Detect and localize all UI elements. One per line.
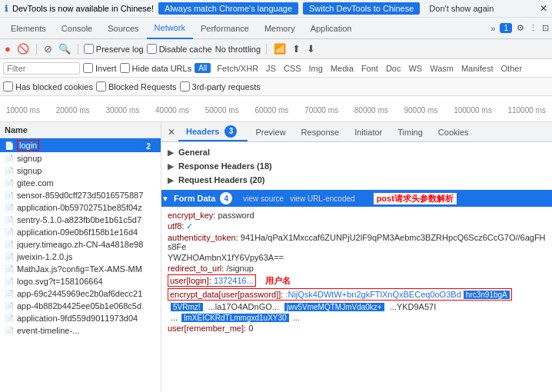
- hide-data-urls-label: Hide data URLs: [132, 64, 192, 73]
- request-item-signup-1[interactable]: 📄 signup: [0, 152, 161, 164]
- record-icon[interactable]: ●: [3, 43, 12, 55]
- request-item-logo[interactable]: 📄 logo.svg?t=158106664: [0, 275, 161, 287]
- request-item-app-4b[interactable]: 📄 app-4b882b4425ee05b1e068c5d: [0, 300, 161, 312]
- filter-icon[interactable]: ⊘: [42, 43, 54, 55]
- request-item-jweixin[interactable]: 📄 jweixin-1.2.0.js: [0, 251, 161, 263]
- annotation-2: 2: [142, 140, 155, 152]
- request-item-sensor[interactable]: 📄 sensor-859d0cff273d5016575887: [0, 189, 161, 201]
- panel-tab-headers-label: Headers: [186, 126, 219, 135]
- disable-cache-checkbox[interactable]: Disable cache: [147, 44, 212, 54]
- timeline-labels: 10000 ms 20000 ms 30000 ms 40000 ms 5000…: [6, 103, 546, 115]
- request-item-mathjax[interactable]: 📄 MathJax.js?config=TeX-AMS-MM: [0, 263, 161, 275]
- filter-font[interactable]: Font: [358, 64, 381, 73]
- panel-tab-initiator[interactable]: Initiator: [347, 125, 390, 139]
- tab-console-label: Console: [62, 24, 92, 33]
- match-language-button[interactable]: Always match Chrome's language: [158, 2, 298, 15]
- more-tabs-icon[interactable]: »: [490, 24, 495, 33]
- timeline-label-2: 20000 ms: [56, 106, 90, 115]
- filter-media[interactable]: Media: [328, 64, 357, 73]
- request-item-event[interactable]: 📄 event-timeline-...: [0, 324, 161, 337]
- close-infobar-icon[interactable]: ✕: [540, 3, 547, 14]
- filter-js[interactable]: JS: [263, 64, 279, 73]
- hide-data-urls-checkbox[interactable]: Hide data URLs: [120, 63, 192, 73]
- panel-tab-cookies[interactable]: Cookies: [431, 125, 477, 139]
- tab-sources[interactable]: Sources: [100, 18, 146, 39]
- preserve-log-input[interactable]: [84, 44, 94, 54]
- disable-cache-input[interactable]: [147, 44, 157, 54]
- preserve-log-label: Preserve log: [96, 45, 144, 54]
- more-options-icon[interactable]: ⋮: [529, 23, 537, 33]
- request-item-app-0b[interactable]: 📄 application-0b59702751be85f04z: [0, 201, 161, 214]
- close-panel-icon[interactable]: ✕: [165, 127, 178, 138]
- request-item-jquery[interactable]: 📄 jquery.timeago.zh-CN-4a4818e98: [0, 238, 161, 251]
- undock-icon[interactable]: ⊡: [542, 23, 549, 33]
- third-party-checkbox[interactable]: 3rd-party requests: [180, 81, 261, 91]
- request-item-login[interactable]: 📄 login 2: [0, 138, 161, 152]
- third-party-label: 3rd-party requests: [192, 82, 261, 91]
- request-name: sentry-5.1.0-a823fb0be1b61c5d7: [17, 215, 141, 224]
- view-encoded-link[interactable]: view URL-encoded: [290, 194, 355, 203]
- request-item-sentry[interactable]: 📄 sentry-5.1.0-a823fb0be1b61c5d7: [0, 214, 161, 226]
- notification-badge: 1: [500, 23, 512, 33]
- timeline-label-5: 50000 ms: [205, 106, 239, 115]
- form-data-header[interactable]: ▼ Form Data 4 view source view URL-encod…: [161, 190, 552, 207]
- settings-icon[interactable]: ⚙: [517, 23, 524, 33]
- filter-other[interactable]: Other: [498, 64, 526, 73]
- request-headers-section-header[interactable]: ▶ Request Headers (20): [168, 173, 546, 187]
- request-item-signup-2[interactable]: 📄 signup: [0, 164, 161, 177]
- general-section-header[interactable]: ▶ General: [168, 145, 546, 159]
- filter-css[interactable]: CSS: [281, 64, 304, 73]
- filter-manifest[interactable]: Manifest: [458, 64, 497, 73]
- request-item-app-69[interactable]: 📄 app-69c2445969ec2b0af6decc21: [0, 287, 161, 300]
- response-headers-section-header[interactable]: ▶ Response Headers (18): [168, 159, 546, 173]
- request-name: sensor-859d0cff273d5016575887: [17, 191, 143, 200]
- file-icon: 📄: [5, 241, 14, 249]
- filter-doc[interactable]: Doc: [383, 64, 404, 73]
- filter-img[interactable]: Img: [306, 64, 326, 73]
- panel-tab-preview[interactable]: Preview: [248, 125, 293, 139]
- filter-all-button[interactable]: All: [195, 63, 211, 73]
- preserve-log-checkbox[interactable]: Preserve log: [84, 44, 144, 54]
- network-toolbar: ● 🚫 ⊘ 🔍 Preserve log Disable cache No th…: [0, 39, 552, 59]
- file-icon: 📄: [5, 216, 14, 224]
- upload-icon[interactable]: ⬆: [291, 43, 302, 55]
- request-item-gitee[interactable]: 📄 gitee.com: [0, 177, 161, 189]
- panel-tab-response[interactable]: Response: [294, 125, 347, 139]
- has-blocked-checkbox[interactable]: Has blocked cookies: [3, 81, 93, 91]
- timeline-label-4: 40000 ms: [155, 106, 189, 115]
- download-icon[interactable]: ⬇: [305, 43, 317, 55]
- request-item-app-9f[interactable]: 📄 application-9fd559d9011973d04: [0, 312, 161, 324]
- file-icon: 📄: [5, 277, 14, 286]
- clear-icon[interactable]: 🚫: [15, 43, 31, 55]
- request-item-app-09[interactable]: 📄 application-09e0b6f158b1e16d4: [0, 226, 161, 238]
- filter-ws[interactable]: WS: [405, 64, 425, 73]
- info-icon: ℹ: [5, 4, 8, 14]
- filter-input[interactable]: [3, 62, 80, 75]
- tab-memory[interactable]: Memory: [257, 18, 303, 39]
- devtools-window: ℹ DevTools is now available in Chinese! …: [0, 0, 552, 392]
- file-icon: 📄: [5, 141, 14, 150]
- blocked-requests-checkbox[interactable]: Blocked Requests: [96, 81, 177, 91]
- wifi-icon[interactable]: 📶: [272, 43, 288, 55]
- filter-xhr[interactable]: Fetch/XHR: [214, 64, 261, 73]
- tab-application[interactable]: Application: [303, 18, 360, 39]
- tab-memory-label: Memory: [264, 24, 295, 33]
- file-icon: 📄: [5, 204, 14, 212]
- password-masked-1: hrc3n91bgA: [464, 291, 510, 299]
- panel-tab-headers[interactable]: Headers 3: [178, 123, 248, 141]
- filter-wasm[interactable]: Wasm: [427, 64, 457, 73]
- tab-network[interactable]: Network: [147, 18, 193, 39]
- tab-console[interactable]: Console: [54, 18, 100, 39]
- timeline-label-9: 90000 ms: [404, 106, 438, 115]
- dont-show-button[interactable]: Don't show again: [424, 2, 498, 15]
- request-list[interactable]: 📄 login 2 📄 signup 📄 signup 📄 gitee.com: [0, 138, 161, 392]
- view-source-link[interactable]: view source: [243, 194, 284, 203]
- tab-performance[interactable]: Performance: [193, 18, 257, 39]
- invert-checkbox[interactable]: Invert: [83, 63, 117, 73]
- general-label: General: [178, 148, 210, 157]
- tab-elements[interactable]: Elements: [3, 18, 54, 39]
- search-icon[interactable]: 🔍: [57, 43, 72, 55]
- panel-tab-timing[interactable]: Timing: [390, 125, 431, 139]
- throttling-select[interactable]: No throttling: [215, 45, 261, 54]
- switch-devtools-button[interactable]: Switch DevTools to Chinese: [303, 2, 420, 15]
